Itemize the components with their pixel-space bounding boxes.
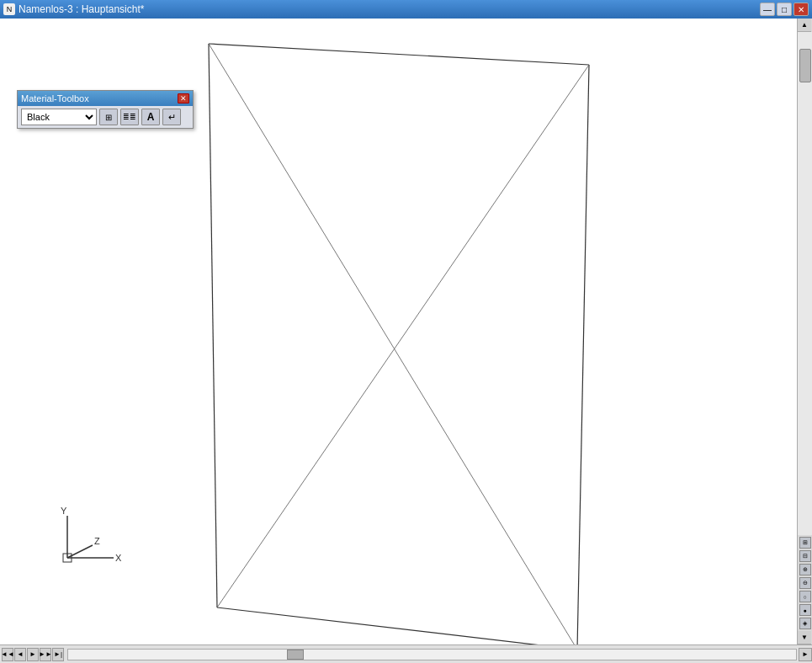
rp-icon-4[interactable]: ⊖: [799, 577, 811, 589]
title-bar-left: N Namenlos-3 : Hauptansicht*: [3, 3, 144, 15]
material-toolbox: Material-Toolbox ✕ Black White Red Green…: [17, 90, 194, 129]
svg-line-1: [577, 65, 589, 644]
svg-text:Z: Z: [94, 536, 100, 546]
bottom-scrollbar: ◄◄ ◄ ► ►► ►| ►: [0, 644, 812, 663]
minimize-button[interactable]: —: [760, 3, 775, 16]
toolbox-content: Black White Red Green Blue ⊞ ≣≣ A ↵: [18, 106, 193, 128]
pattern-tool-button[interactable]: ≣≣: [120, 109, 139, 125]
bottom-scroll-thumb[interactable]: [287, 650, 304, 660]
pattern-icon: ≣≣: [123, 113, 136, 121]
maximize-button[interactable]: □: [777, 3, 792, 16]
rp-icon-5[interactable]: ○: [799, 591, 811, 602]
close-button[interactable]: ✕: [793, 3, 809, 16]
toolbox-title: Material-Toolbox: [21, 93, 89, 103]
bottom-scroll-left: ◄◄ ◄ ► ►► ►|: [0, 648, 66, 661]
rp-icon-3[interactable]: ⊕: [799, 564, 811, 575]
svg-text:Y: Y: [61, 507, 67, 516]
text-tool-button[interactable]: A: [141, 109, 160, 125]
svg-line-3: [209, 44, 217, 607]
title-bar-buttons: — □ ✕: [760, 3, 809, 16]
svg-text:X: X: [115, 553, 122, 563]
scroll-expand-button[interactable]: ►|: [52, 648, 64, 661]
scroll-down-arrow[interactable]: ▼: [798, 631, 811, 644]
text-icon: A: [147, 111, 155, 123]
svg-line-5: [217, 65, 589, 607]
material-select[interactable]: Black White Red Green Blue: [21, 109, 97, 125]
window-title: Namenlos-3 : Hauptansicht*: [19, 3, 144, 15]
bottom-scroll-track[interactable]: [67, 649, 797, 660]
scroll-up-arrow[interactable]: ▲: [798, 19, 811, 32]
title-bar: N Namenlos-3 : Hauptansicht* — □ ✕: [0, 0, 812, 19]
right-panel-icons: ⊞ ⊟ ⊕ ⊖ ○ ● ◈: [798, 535, 812, 631]
app-icon: N: [3, 3, 15, 15]
texture-tool-button[interactable]: ⊞: [99, 109, 118, 125]
svg-line-4: [209, 44, 577, 644]
axis-svg: Y Z X: [42, 507, 126, 575]
svg-line-0: [209, 44, 589, 65]
toolbox-header[interactable]: Material-Toolbox ✕: [18, 91, 193, 106]
scroll-left-button-1[interactable]: ◄◄: [2, 648, 13, 661]
svg-line-2: [217, 607, 577, 644]
texture-icon: ⊞: [105, 113, 112, 122]
scroll-thumb[interactable]: [799, 49, 811, 82]
scroll-track: [798, 32, 812, 535]
arrow-icon: ↵: [168, 112, 176, 123]
rp-icon-1[interactable]: ⊞: [799, 537, 811, 549]
scroll-right-button-2[interactable]: ►►: [40, 648, 51, 661]
arrow-tool-button[interactable]: ↵: [162, 109, 181, 125]
scroll-right-button-1[interactable]: ►: [27, 648, 39, 661]
bottom-scroll-right-button[interactable]: ►: [799, 648, 812, 661]
right-panel: ▲ ⊞ ⊟ ⊕ ⊖ ○ ● ◈ ▼: [797, 19, 812, 644]
rp-icon-2[interactable]: ⊟: [799, 550, 811, 562]
axis-indicator: Y Z X: [42, 507, 126, 577]
main-area: Y Z X Material-Toolbox ✕ Black White Red…: [0, 19, 812, 644]
rp-icon-6[interactable]: ●: [799, 604, 811, 616]
toolbox-close-button[interactable]: ✕: [178, 93, 189, 103]
rp-icon-7[interactable]: ◈: [799, 618, 811, 629]
scroll-left-button-2[interactable]: ◄: [14, 648, 26, 661]
